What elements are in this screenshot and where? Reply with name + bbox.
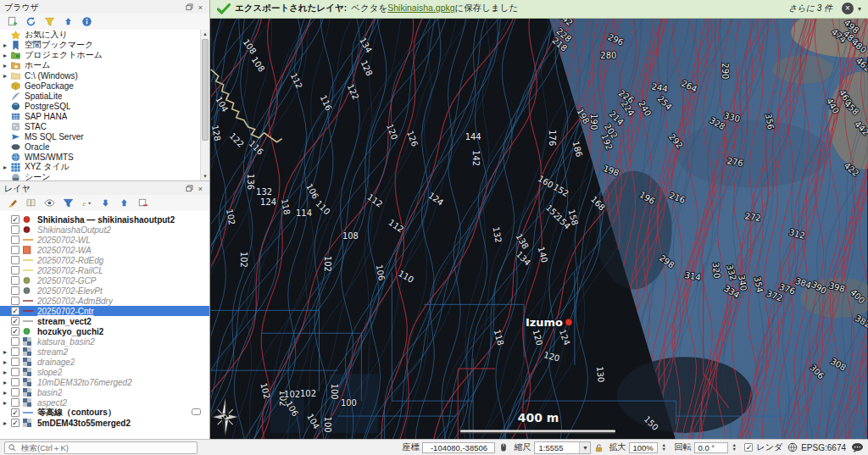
message-dropdown-icon[interactable]: ▾ — [858, 5, 861, 13]
layer-item-10mdem32to76merged2[interactable]: ▸10mDEM32to76merged2 — [0, 377, 209, 387]
layer-item-contours[interactable]: ✓等高線（contours） — [0, 408, 209, 418]
layer-checkbox[interactable] — [11, 347, 19, 356]
scroll-down-icon[interactable]: ▼ — [201, 172, 209, 180]
extent-toggle-icon[interactable] — [498, 442, 509, 452]
layer-checkbox[interactable] — [11, 388, 19, 397]
layer-checkbox[interactable] — [11, 286, 19, 295]
browser-item-sap-hana[interactable]: SAP HANA — [0, 111, 209, 121]
add-group-icon[interactable] — [25, 197, 37, 209]
expand-all-icon[interactable] — [99, 197, 112, 209]
expand-arrow-icon[interactable]: ▸ — [3, 358, 11, 366]
filter-legend-icon[interactable] — [62, 197, 75, 209]
layer-checkbox[interactable] — [11, 398, 19, 407]
expand-arrow-icon[interactable]: ▸ — [3, 348, 11, 356]
layer-item-20250702-admbdry[interactable]: 20250702-AdmBdry — [0, 296, 209, 306]
close-panel-icon[interactable]: × — [195, 184, 206, 193]
layer-checkbox[interactable] — [11, 368, 19, 376]
expand-arrow-icon[interactable]: ▸ — [3, 52, 11, 59]
layer-item-hozukyo-guchi2[interactable]: ✓hozukyo_guchi2 — [0, 326, 209, 336]
add-selected-layer-button[interactable] — [6, 15, 19, 28]
layer-checkbox[interactable]: ✓ — [11, 215, 19, 224]
refresh-icon[interactable] — [25, 15, 37, 28]
expand-arrow-icon[interactable]: ▸ — [3, 62, 11, 69]
layer-item-shikinaisha[interactable]: ✓Shikinaisha — shikinaishaoutput2 — [0, 214, 209, 225]
expand-arrow-icon[interactable]: ▸ — [3, 399, 11, 407]
browser-item-c-drive[interactable]: ▸C:\ (Windows) — [0, 70, 209, 80]
layer-item-20250702-gcp[interactable]: 20250702-GCP — [0, 275, 209, 286]
layer-item-katsura-basin2[interactable]: katsura_basin2 — [0, 336, 209, 347]
locator-search[interactable] — [4, 441, 198, 454]
layer-item-shikinaisha-output2[interactable]: ShikinaishaOutput2 — [0, 225, 209, 235]
layer-checkbox[interactable] — [11, 246, 19, 254]
expand-arrow-icon[interactable]: ▸ — [3, 369, 11, 376]
layer-checkbox[interactable]: ✓ — [11, 327, 19, 336]
close-message-icon[interactable]: × — [842, 3, 854, 14]
close-panel-icon[interactable]: × — [195, 3, 206, 12]
layer-item-basin2[interactable]: ▸basin2 — [0, 387, 209, 397]
layer-checkbox[interactable] — [11, 266, 19, 275]
layer-checkbox[interactable]: ✓ — [11, 317, 19, 325]
layer-styling-icon[interactable] — [6, 197, 19, 209]
layer-item-20250702-railcl[interactable]: 20250702-RailCL — [0, 265, 209, 275]
layer-item-20250702-rdedg[interactable]: 20250702-RdEdg — [0, 255, 209, 265]
browser-item-mssql[interactable]: MS SQL Server — [0, 131, 209, 141]
collapse-all-icon[interactable] — [118, 197, 131, 209]
layer-item-20250702-cntr[interactable]: ✓20250702-Cntr — [0, 306, 209, 316]
layer-item-stream2[interactable]: ▸stream2 — [0, 347, 209, 357]
browser-item-home[interactable]: ▸ホーム — [0, 60, 209, 70]
chevron-down-icon[interactable]: ▼ — [579, 442, 590, 453]
layer-checkbox[interactable] — [11, 225, 19, 234]
expand-arrow-icon[interactable]: ▸ — [3, 42, 11, 49]
filter-expression-icon[interactable]: ε — [81, 197, 93, 209]
browser-item-geopackage[interactable]: GeoPackage — [0, 80, 209, 91]
rotation-input[interactable] — [694, 442, 728, 453]
layer-item-5mdem43to55merged2[interactable]: ▸✓5mDEM43to55merged2 — [0, 418, 209, 428]
layer-item-drainage2[interactable]: ▸drainage2 — [0, 357, 209, 367]
collapse-all-icon[interactable] — [62, 15, 75, 28]
crs-globe-icon[interactable] — [787, 442, 798, 452]
layer-checkbox[interactable]: ✓ — [11, 408, 19, 417]
browser-item-scene[interactable]: シーン — [0, 172, 209, 180]
layer-item-20250702-wa[interactable]: 20250702-WA — [0, 245, 209, 255]
layer-item-stream-vect2[interactable]: ✓stream_vect2 — [0, 316, 209, 326]
browser-item-oracle[interactable]: Oracle — [0, 141, 209, 152]
coordinate-input[interactable] — [422, 442, 495, 453]
browser-scrollbar[interactable]: ▲ ▼ — [200, 30, 209, 180]
layer-checkbox[interactable] — [11, 276, 19, 285]
messages-bubble-icon[interactable] — [851, 442, 864, 453]
layer-checkbox[interactable] — [11, 297, 19, 305]
browser-item-spatialite[interactable]: SpatiaLite — [0, 91, 209, 101]
layer-checkbox[interactable] — [11, 358, 19, 366]
layer-checkbox[interactable] — [11, 378, 19, 386]
map-canvas[interactable]: 1081081041121161221281341201261281221161… — [210, 19, 868, 439]
scroll-up-icon[interactable]: ▲ — [201, 30, 209, 38]
expand-arrow-icon[interactable]: ▸ — [3, 419, 11, 427]
filter-browser-icon[interactable] — [43, 15, 56, 28]
crs-value[interactable]: EPSG:6674 — [801, 443, 846, 452]
layer-item-20250702-wl[interactable]: 20250702-WL — [0, 235, 209, 245]
layer-item-20250702-elevpt[interactable]: 20250702-ElevPt — [0, 286, 209, 296]
float-panel-icon[interactable] — [184, 3, 195, 12]
float-panel-icon[interactable] — [184, 184, 195, 193]
rotation-spinner[interactable]: ▲▼ — [732, 443, 739, 452]
remove-layer-icon[interactable] — [136, 197, 149, 209]
render-checkbox[interactable]: ✓ — [744, 443, 753, 452]
properties-info-icon[interactable] — [81, 15, 93, 28]
layer-checkbox[interactable] — [11, 256, 19, 264]
scale-combobox[interactable]: 1:5555 ▼ — [534, 441, 591, 454]
magnifier-input[interactable] — [629, 442, 658, 453]
expand-arrow-icon[interactable]: ▸ — [3, 389, 11, 397]
layer-checkbox[interactable] — [11, 337, 19, 346]
exported-file-link[interactable]: Shikinaisha.gpkg — [387, 3, 454, 13]
browser-item-postgresql[interactable]: PostgreSQL — [0, 101, 209, 111]
layer-checkbox[interactable]: ✓ — [11, 307, 19, 315]
expand-arrow-icon[interactable]: ▸ — [3, 72, 11, 80]
map-themes-icon[interactable] — [43, 197, 56, 209]
layer-item-slope2[interactable]: ▸slope2 — [0, 367, 209, 377]
layer-checkbox[interactable] — [11, 236, 19, 244]
layer-checkbox[interactable]: ✓ — [11, 419, 19, 427]
lock-scale-icon[interactable] — [594, 443, 604, 452]
expand-arrow-icon[interactable]: ▸ — [3, 379, 11, 386]
browser-item-stac[interactable]: STAC — [0, 121, 209, 131]
expand-arrow-icon[interactable]: ▸ — [3, 164, 11, 171]
